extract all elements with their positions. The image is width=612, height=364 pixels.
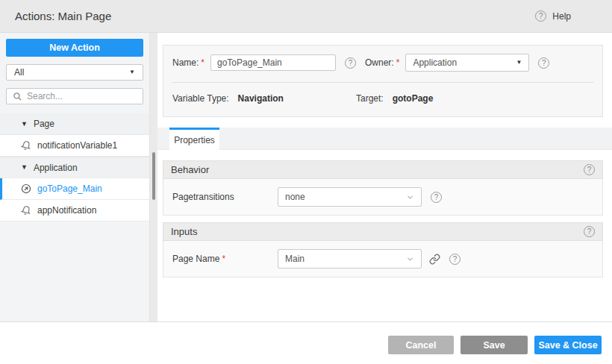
pagetransitions-dropdown[interactable]: none xyxy=(278,187,422,207)
cancel-button[interactable]: Cancel xyxy=(388,336,454,354)
target-label: Target: xyxy=(356,93,384,104)
tree-item-notificationvariable1[interactable]: notificationVariable1 xyxy=(0,135,149,157)
collapse-triangle-icon: ▼ xyxy=(21,121,28,128)
behavior-section-body: Pagetransitions none xyxy=(163,179,603,216)
required-asterisk: * xyxy=(222,254,225,264)
page-title: Actions: Main Page xyxy=(15,10,111,22)
variable-type-label: Variable Type: xyxy=(172,93,229,104)
action-detail-panel: Name:* Owner:* Application ▼ Variable Ty… xyxy=(157,33,612,321)
behavior-section-header: Behavior xyxy=(163,160,603,179)
owner-dropdown-value: Application xyxy=(413,57,457,68)
pagetransitions-help-icon[interactable] xyxy=(431,192,442,203)
behavior-section-title: Behavior xyxy=(171,164,209,175)
name-help-icon[interactable] xyxy=(345,57,356,69)
save-and-close-button[interactable]: Save & Close xyxy=(534,336,602,354)
search-input[interactable] xyxy=(27,91,143,101)
page-name-dropdown-value: Main xyxy=(285,254,305,264)
footer-bar: Cancel Save Save & Close xyxy=(0,321,612,364)
tab-bar: Properties xyxy=(157,128,612,150)
sidebar-scrollbar[interactable] xyxy=(149,33,157,321)
search-box[interactable] xyxy=(6,88,143,104)
tree-group-application[interactable]: ▼ Application xyxy=(0,157,149,178)
filter-dropdown-value: All xyxy=(14,67,24,78)
tree-item-gotopage-main[interactable]: goToPage_Main xyxy=(0,178,149,200)
required-asterisk: * xyxy=(201,57,204,68)
chevron-down-icon xyxy=(406,255,414,263)
action-summary-panel: Name:* Owner:* Application ▼ Variable Ty… xyxy=(163,45,603,117)
inputs-section-body: Page Name* Main xyxy=(163,241,603,277)
bell-icon xyxy=(21,205,31,216)
owner-dropdown[interactable]: Application ▼ xyxy=(405,54,529,72)
goto-page-icon xyxy=(21,183,31,194)
inputs-section-title: Inputs xyxy=(171,226,197,237)
behavior-help-icon[interactable] xyxy=(584,164,595,175)
page-name-dropdown[interactable]: Main xyxy=(278,249,422,269)
title-bar: Actions: Main Page Help xyxy=(0,0,612,33)
page-name-label: Page Name* xyxy=(172,254,278,264)
bell-icon xyxy=(21,140,31,151)
tree-group-page[interactable]: ▼ Page xyxy=(0,113,149,135)
new-action-button[interactable]: New Action xyxy=(6,39,143,57)
search-icon xyxy=(13,92,22,101)
target-value: gotoPage xyxy=(393,93,434,104)
name-input[interactable] xyxy=(210,54,336,71)
page-name-help-icon[interactable] xyxy=(449,254,460,265)
actions-sidebar: New Action All ▼ ▼ Page notificationVari… xyxy=(0,33,149,321)
required-asterisk: * xyxy=(396,57,400,68)
behavior-section: Behavior Pagetransitions none xyxy=(163,160,603,216)
caret-down-icon: ▼ xyxy=(129,69,135,75)
chevron-down-icon xyxy=(406,193,414,201)
tree-item-appnotification[interactable]: appNotification xyxy=(0,200,149,222)
caret-down-icon: ▼ xyxy=(516,60,522,66)
collapse-triangle-icon: ▼ xyxy=(21,164,28,171)
inputs-help-icon[interactable] xyxy=(584,226,595,237)
variable-type-value: Navigation xyxy=(238,93,284,104)
owner-help-icon[interactable] xyxy=(538,57,549,69)
help-icon xyxy=(535,10,546,22)
inputs-section: Inputs Page Name* Main xyxy=(163,222,603,277)
bind-link-icon[interactable] xyxy=(429,254,440,265)
actions-tree: ▼ Page notificationVariable1 ▼ Applicati… xyxy=(0,113,149,222)
scrollbar-thumb[interactable] xyxy=(152,152,155,200)
help-button[interactable]: Help xyxy=(535,10,571,22)
name-label: Name:* xyxy=(172,57,204,68)
owner-label: Owner:* xyxy=(365,57,399,68)
pagetransitions-dropdown-value: none xyxy=(285,192,305,202)
save-button[interactable]: Save xyxy=(460,336,528,354)
tab-properties[interactable]: Properties xyxy=(169,128,219,150)
pagetransitions-label: Pagetransitions xyxy=(172,192,278,202)
inputs-section-header: Inputs xyxy=(163,222,603,241)
filter-dropdown[interactable]: All ▼ xyxy=(6,64,143,81)
help-label: Help xyxy=(552,11,571,22)
